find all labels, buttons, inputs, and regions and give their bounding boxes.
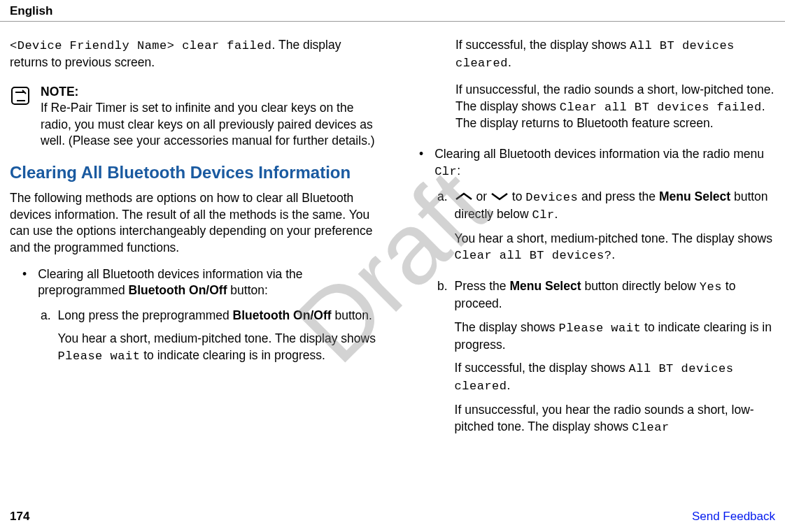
step-a-p1: Long press the preprogrammed Bluetooth O… (58, 308, 379, 324)
p-unsuccess: If unsuccessful, the radio sounds a shor… (455, 82, 775, 132)
step-a-2mono: Please wait (58, 350, 141, 363)
bullet-radiomenu: • Clearing all Bluetooth devices informa… (419, 146, 775, 180)
language-label: English (10, 4, 52, 17)
note-label: NOTE: (41, 84, 379, 101)
bullet-bold: Bluetooth On/Off (129, 283, 227, 297)
p1b: . (508, 55, 511, 69)
step-a-left: a. Long press the preprogrammed Bluetoot… (41, 308, 379, 372)
sa2b: . (611, 247, 615, 261)
note-body: If Re-Pair Timer is set to infinite and … (41, 100, 379, 150)
step-a-body-r: or to Devices and press the Menu Select … (455, 189, 775, 271)
sa2mono: Clear all BT devices? (455, 249, 612, 262)
page-number: 174 (10, 510, 29, 524)
bullet2-mono: Clr (434, 165, 457, 178)
bullet-preprogrammed: • Clearing all Bluetooth devices informa… (22, 266, 379, 299)
step-b-p2: The display shows Please wait to indicat… (455, 319, 775, 354)
sb1b: button directly below (581, 279, 700, 293)
sa1mono2: Clr (532, 208, 555, 222)
sb2mono: Please wait (558, 322, 641, 335)
step-a-r-p1: or to Devices and press the Menu Select … (455, 189, 775, 224)
step-a-label-r: a. (437, 189, 448, 271)
bullet-text-b: button: (227, 283, 267, 297)
para-clear-failed: <Device Friendly Name> clear failed. The… (10, 37, 379, 71)
sb3b: . (507, 378, 511, 392)
bullet-content: Clearing all Bluetooth devices informati… (38, 266, 379, 299)
step-b-body: Press the Menu Select button directly be… (455, 278, 775, 443)
intro-paragraph: The following methods are options on how… (10, 190, 379, 257)
sa1e: . (555, 207, 558, 221)
send-feedback-link[interactable]: Send Feedback (692, 510, 775, 524)
bullet-content-2: Clearing all Bluetooth devices informati… (434, 146, 775, 180)
note-content: NOTE: If Re-Pair Timer is set to infinit… (41, 84, 379, 150)
step-a-1bold: Bluetooth On/Off (233, 308, 332, 322)
svg-rect-0 (12, 87, 29, 104)
continued-step-body: If successful, the display shows All BT … (455, 37, 775, 132)
step-b-label: b. (437, 278, 448, 443)
p2mono: Clear all BT devices failed (560, 101, 762, 114)
left-column: <Device Friendly Name> clear failed. The… (10, 37, 379, 450)
step-a-2b: to indicate clearing is in progress. (140, 348, 325, 362)
note-block: NOTE: If Re-Pair Timer is set to infinit… (10, 84, 379, 150)
sa1c: and press the (578, 189, 659, 203)
sa1mono: Devices (525, 191, 578, 204)
p-success: If successful, the display shows All BT … (455, 37, 775, 72)
bullet2-b: : (457, 164, 460, 178)
step-b-p3: If successful, the display shows All BT … (455, 360, 775, 395)
step-b-p4: If unsuccessful, you hear the radio soun… (455, 402, 775, 436)
step-a-p2: You hear a short, medium-pitched tone. T… (58, 331, 379, 365)
sb1mono: Yes (700, 280, 722, 294)
step-a-body: Long press the preprogrammed Bluetooth O… (58, 308, 379, 372)
step-a-1a: Long press the preprogrammed (58, 308, 233, 322)
sa1a: or (473, 189, 490, 203)
step-a-r-p2: You hear a short, medium-pitched tone. T… (455, 231, 775, 265)
sb1a: Press the (455, 279, 510, 293)
sb4mono: Clear (632, 421, 670, 434)
p1a: If successful, the display shows (455, 38, 630, 52)
step-a-1b: button. (332, 308, 372, 322)
step-a-right: a. or to Devices and press the Menu Sele… (437, 189, 775, 271)
step-b-right: b. Press the Menu Select button directly… (437, 278, 775, 443)
step-a-label: a. (41, 308, 51, 372)
content-area: <Device Friendly Name> clear failed. The… (0, 22, 785, 450)
sa2a: You hear a short, medium-pitched tone. T… (455, 231, 772, 245)
right-column: If successful, the display shows All BT … (406, 37, 775, 450)
step-a-2a: You hear a short, medium-pitched tone. T… (58, 331, 376, 345)
up-arrow-icon (455, 189, 473, 206)
sb1bold: Menu Select (509, 279, 581, 293)
page-footer: 174 Send Feedback (0, 510, 785, 524)
step-b-p1: Press the Menu Select button directly be… (455, 278, 775, 312)
page-header: English (0, 0, 785, 22)
bullet-marker-2: • (419, 146, 423, 180)
bullet-marker: • (22, 266, 27, 299)
sa1bold: Menu Select (659, 189, 730, 203)
sb3a: If successful, the display shows (455, 361, 629, 375)
text-device-clear-failed: <Device Friendly Name> clear failed (10, 39, 272, 52)
sb4a: If unsuccessful, you hear the radio soun… (455, 403, 754, 433)
down-arrow-icon (490, 189, 509, 206)
sb2a: The display shows (455, 320, 559, 334)
note-icon (10, 85, 31, 150)
bullet2-a: Clearing all Bluetooth devices informati… (434, 147, 764, 161)
sa1b: to (509, 189, 525, 203)
section-heading: Clearing All Bluetooth Devices Informati… (10, 162, 379, 183)
